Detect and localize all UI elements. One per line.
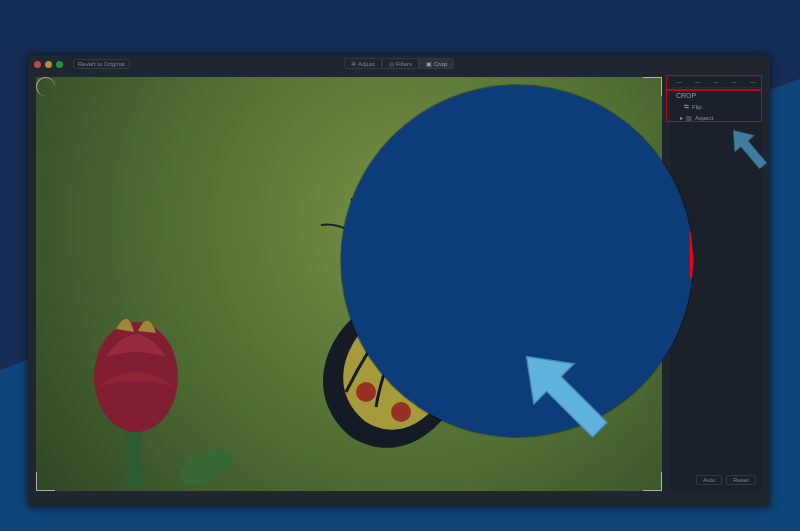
rp-tab-1[interactable]: —	[677, 79, 682, 85]
rp-tab-5[interactable]: —	[750, 79, 755, 85]
crop-handle-br[interactable]	[643, 472, 662, 491]
flip-icon: ⇋	[684, 103, 689, 110]
rp-tab-2[interactable]: —	[695, 79, 700, 85]
crop-icon: ▣	[426, 60, 432, 67]
crop-handle-tr[interactable]	[643, 77, 662, 96]
crop-handle-bl[interactable]	[36, 472, 55, 491]
traffic-light-zoom[interactable]	[56, 61, 63, 68]
rp-tab-4[interactable]: —	[732, 79, 737, 85]
svg-point-1	[175, 442, 238, 491]
traffic-light-close[interactable]	[34, 61, 41, 68]
filters-icon: ◎	[389, 60, 394, 67]
right-panel-tabs: — — — — —	[670, 77, 762, 88]
reset-button[interactable]: Reset	[726, 475, 756, 485]
traffic-light-minimize[interactable]	[45, 61, 52, 68]
flip-row[interactable]: ⇋Flip	[670, 101, 762, 112]
svg-point-2	[356, 382, 376, 402]
edit-mode-segmented: ✲Adjust ◎Filters ▣Crop	[344, 58, 454, 69]
titlebar: Revert to Original ✲Adjust ◎Filters ▣Cro…	[28, 55, 770, 73]
rp-tab-3[interactable]: —	[713, 79, 718, 85]
magnifier-circle: ⓘ ☺ ♡ ⟲ ✧ Done CROP Flip Aspect	[341, 85, 693, 437]
revert-button[interactable]: Revert to Original	[73, 59, 130, 69]
tab-crop[interactable]: ▣Crop	[419, 58, 454, 69]
auto-button[interactable]: Auto	[696, 475, 722, 485]
tab-adjust[interactable]: ✲Adjust	[344, 58, 382, 69]
svg-point-3	[391, 402, 411, 422]
adjust-icon: ✲	[351, 60, 356, 67]
aspect-row[interactable]: ▸▥Aspect	[670, 112, 762, 123]
crop-handle-tl[interactable]	[36, 77, 55, 96]
crop-section-header: CROP	[670, 88, 762, 101]
aspect-icon: ▥	[686, 114, 692, 121]
tab-filters[interactable]: ◎Filters	[382, 58, 419, 69]
disclosure-triangle-icon: ▸	[680, 114, 683, 121]
